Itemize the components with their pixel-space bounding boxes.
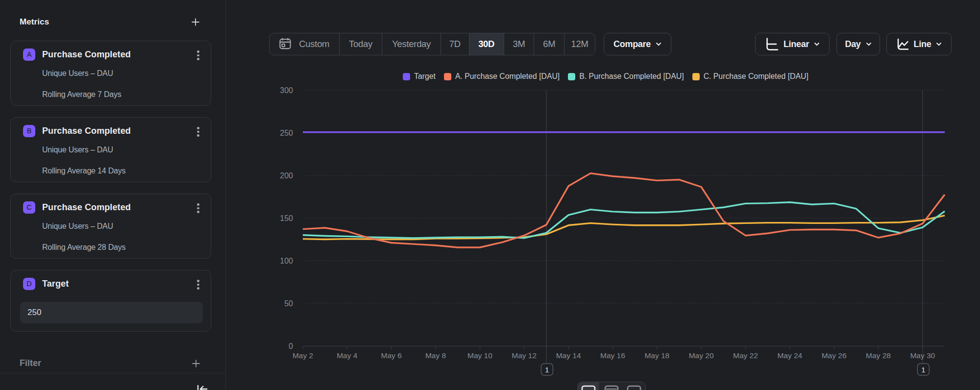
svg-text:1: 1 [545,366,549,374]
svg-text:May 2: May 2 [293,351,313,360]
svg-text:May 26: May 26 [822,351,847,360]
svg-text:May 4: May 4 [337,351,358,360]
svg-text:May 24: May 24 [777,351,802,360]
svg-text:0: 0 [289,342,293,350]
svg-text:100: 100 [280,257,293,265]
svg-text:1: 1 [921,366,925,374]
svg-text:May 22: May 22 [733,351,758,360]
svg-text:May 8: May 8 [425,351,446,360]
svg-text:200: 200 [280,171,293,180]
svg-text:May 18: May 18 [644,351,669,360]
svg-text:May 14: May 14 [556,351,581,360]
svg-text:50: 50 [284,299,293,308]
svg-text:150: 150 [280,214,293,222]
svg-text:May 28: May 28 [866,351,891,360]
svg-text:May 10: May 10 [467,351,492,360]
svg-text:300: 300 [280,86,293,95]
svg-text:May 30: May 30 [910,351,935,360]
svg-text:May 12: May 12 [512,351,537,360]
svg-text:May 6: May 6 [381,351,402,360]
svg-text:May 20: May 20 [689,351,714,360]
svg-text:250: 250 [280,129,293,137]
svg-text:May 16: May 16 [600,351,625,360]
